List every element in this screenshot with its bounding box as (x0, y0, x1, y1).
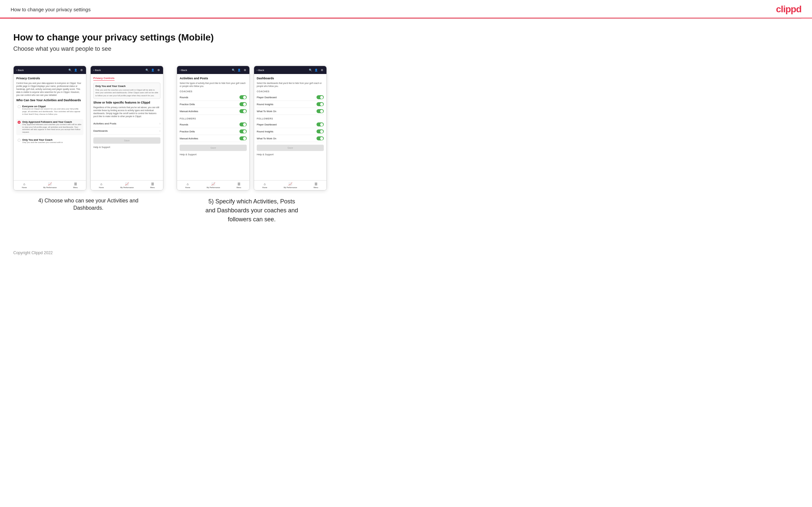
phone-screen-1: ‹ Back 🔍 👤 ⚙ Privacy Controls Control ho… (13, 66, 86, 190)
nav-performance-4[interactable]: 📈 My Performance (284, 182, 297, 188)
page-heading: How to change your privacy settings (Mob… (13, 32, 799, 43)
settings-icon-4[interactable]: ⚙ (320, 68, 324, 72)
nav-performance-1[interactable]: 📈 My Performance (43, 182, 56, 188)
person-icon[interactable]: 👤 (74, 68, 78, 72)
coaches-rounds-label: Rounds (180, 96, 188, 99)
activities-row[interactable]: Activities and Posts › (93, 120, 160, 127)
coaches-roundinsights-toggle[interactable] (316, 102, 324, 106)
back-button-3[interactable]: ‹ Back (180, 69, 187, 72)
coaches-rounds-toggle[interactable] (240, 95, 247, 99)
nav-menu-3[interactable]: ☰ Menu (237, 182, 241, 188)
nav-home-4[interactable]: ⌂ Home (262, 182, 267, 188)
screenshots-row: ‹ Back 🔍 👤 ⚙ Privacy Controls Control ho… (13, 66, 799, 224)
coaches-drills-row: Practice Drills (180, 101, 247, 108)
settings-icon-3[interactable]: ⚙ (243, 68, 247, 72)
followers-manual-toggle[interactable] (240, 136, 247, 140)
followers-drills-toggle[interactable] (240, 129, 247, 133)
search-icon-4[interactable]: 🔍 (309, 68, 312, 72)
nav-menu-2[interactable]: ☰ Menu (150, 182, 155, 188)
followers-roundinsights-toggle[interactable] (316, 129, 324, 133)
search-icon-2[interactable]: 🔍 (145, 68, 149, 72)
followers-rounds-label: Rounds (180, 123, 188, 126)
phone-header-1: ‹ Back 🔍 👤 ⚙ (14, 66, 86, 74)
coaches-label-3: COACHES (180, 90, 247, 93)
nav-menu-label-2: Menu (150, 186, 155, 188)
back-button-1[interactable]: ‹ Back (16, 69, 23, 72)
phones-pair-1: ‹ Back 🔍 👤 ⚙ Privacy Controls Control ho… (13, 66, 163, 190)
followers-rounds-toggle[interactable] (240, 122, 247, 126)
home-icon-4: ⌂ (264, 182, 266, 186)
coaches-drills-label: Practice Drills (180, 103, 195, 106)
coaches-whattowork-label: What To Work On (257, 110, 276, 113)
phone-body-2: Privacy Controls Only You and Your Coach… (91, 74, 163, 180)
privacy-controls-body: Control how you and your data appears to… (16, 81, 83, 97)
phone-screen-3: ‹ Back 🔍 👤 ⚙ Activities and Posts Select… (177, 66, 250, 190)
nav-menu-1[interactable]: ☰ Menu (73, 182, 78, 188)
save-btn-3[interactable]: Save (180, 145, 247, 151)
search-icon-3[interactable]: 🔍 (232, 68, 236, 72)
nav-home-3[interactable]: ⌂ Home (185, 182, 190, 188)
top-bar-title: How to change your privacy settings (11, 7, 91, 12)
back-button-2[interactable]: ‹ Back (93, 69, 101, 72)
save-btn-2[interactable]: Save (93, 137, 160, 144)
coaches-manual-toggle[interactable] (240, 109, 247, 113)
coaches-rounds-row: Rounds (180, 94, 247, 101)
help-support-2: Help & Support (93, 144, 160, 149)
nav-performance-3[interactable]: 📈 My Performance (207, 182, 220, 188)
info-box-text-2: Only you and the coaches you connect wit… (95, 89, 158, 97)
person-icon-2[interactable]: 👤 (151, 68, 155, 72)
nav-menu-4[interactable]: ☰ Menu (313, 182, 318, 188)
radio-only-you-desc: Only you and the coaches you connect wit… (22, 142, 63, 144)
save-btn-4[interactable]: Save (257, 145, 324, 151)
header-icons-4: 🔍 👤 ⚙ (309, 68, 324, 72)
nav-home-1[interactable]: ⌂ Home (22, 182, 27, 188)
followers-playerdash-label: Player Dashboard (257, 123, 276, 126)
radio-only-you-title: Only You and Your Coach (22, 138, 63, 142)
settings-icon-2[interactable]: ⚙ (156, 68, 160, 72)
chart-icon-1: 📈 (48, 182, 52, 186)
header-icons-3: 🔍 👤 ⚙ (232, 68, 247, 72)
header-icons-1: 🔍 👤 ⚙ (68, 68, 83, 72)
info-box-2: Only You and Your Coach Only you and the… (93, 82, 160, 99)
radio-approved-text: Only Approved Followers and Your Coach O… (22, 120, 82, 134)
caption-4: 4) Choose who can see your Activities an… (35, 197, 142, 212)
coaches-drills-toggle[interactable] (240, 102, 247, 106)
back-button-4[interactable]: ‹ Back (257, 69, 264, 72)
followers-roundinsights-label: Round Insights (257, 130, 273, 133)
menu-icon-3: ☰ (238, 182, 241, 186)
phone-body-3: Activities and Posts Select the types of… (177, 74, 249, 180)
phone-header-4: ‹ Back 🔍 👤 ⚙ (254, 66, 326, 74)
phone-body-4: Dashboards Select the dashboards that yo… (254, 74, 326, 180)
phone-nav-2: ⌂ Home 📈 My Performance ☰ Menu (91, 180, 163, 190)
dashboards-label: Dashboards (93, 129, 108, 132)
followers-whattowork-label: What To Work On (257, 137, 276, 140)
activities-posts-desc: Select the types of activity that you'd … (180, 81, 247, 88)
person-icon-4[interactable]: 👤 (314, 68, 318, 72)
search-icon[interactable]: 🔍 (68, 68, 72, 72)
radio-only-you[interactable]: Only You and Your Coach Only you and the… (16, 137, 83, 145)
home-icon-2: ⌂ (100, 182, 102, 186)
nav-home-2[interactable]: ⌂ Home (99, 182, 104, 188)
settings-icon[interactable]: ⚙ (80, 68, 83, 72)
dashboards-row[interactable]: Dashboards › (93, 127, 160, 135)
nav-performance-2[interactable]: 📈 My Performance (120, 182, 134, 188)
privacy-tab-2[interactable]: Privacy Controls (93, 77, 114, 80)
nav-menu-label-1: Menu (73, 186, 78, 188)
menu-icon-2: ☰ (151, 182, 154, 186)
nav-performance-label-1: My Performance (43, 186, 56, 188)
phone-nav-3: ⌂ Home 📈 My Performance ☰ Menu (177, 180, 249, 190)
home-icon-3: ⌂ (187, 182, 189, 186)
radio-approved[interactable]: Only Approved Followers and Your Coach O… (16, 119, 83, 135)
coaches-manual-label: Manual Activities (180, 110, 198, 113)
radio-circle-everyone (17, 105, 20, 108)
coaches-whattowork-toggle[interactable] (316, 109, 324, 113)
coaches-whattowork-row: What To Work On (257, 108, 324, 115)
person-icon-3[interactable]: 👤 (237, 68, 241, 72)
coaches-playerdash-toggle[interactable] (316, 95, 324, 99)
followers-whattowork-toggle[interactable] (316, 136, 324, 140)
top-bar: How to change your privacy settings clip… (0, 0, 812, 18)
chart-icon-3: 📈 (211, 182, 215, 186)
radio-everyone[interactable]: Everyone on Clippd Everyone on Clippd ca… (16, 104, 83, 117)
followers-playerdash-toggle[interactable] (316, 122, 324, 126)
nav-menu-label-4: Menu (313, 186, 318, 188)
